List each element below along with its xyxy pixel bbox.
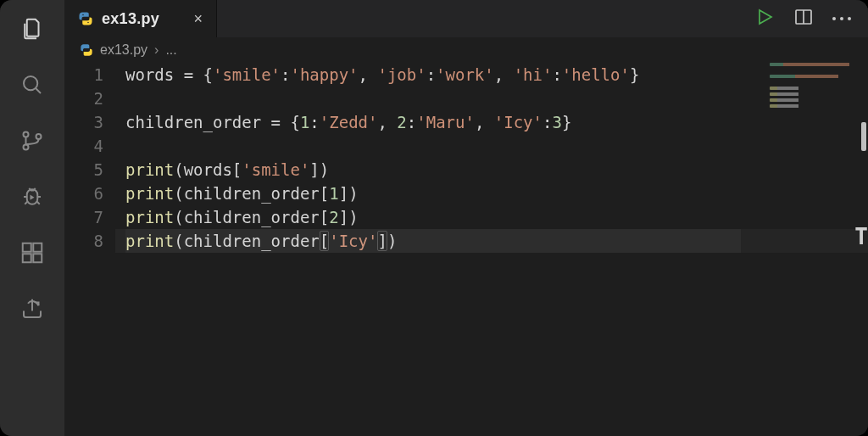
more-actions-button[interactable] [832,17,851,20]
dot-icon [848,17,851,20]
breadcrumb-separator-icon: › [154,42,159,58]
svg-rect-10 [23,243,31,252]
vscode-window: ex13.py × ex13.py › ... [0,0,868,436]
svg-rect-13 [33,243,42,252]
share-icon [19,296,45,321]
code-token: 'job' [377,65,426,84]
code-token: 'work' [436,65,494,84]
code-token: : [426,65,436,84]
code-token: 3 [552,113,561,131]
code-line[interactable] [125,87,868,110]
activity-debug[interactable] [19,183,46,210]
code-token: ]) [377,232,397,250]
code-token: children_order = { [125,113,300,131]
line-number: 2 [64,87,103,110]
code-token: 'Icy' [494,113,542,131]
python-icon [80,43,93,57]
line-number: 5 [64,158,103,182]
code-token: print [125,184,174,203]
code-token: ]) [309,160,329,179]
dot-icon [832,17,836,20]
svg-rect-11 [23,254,31,262]
code-token: , [475,113,494,131]
search-icon [19,72,45,98]
code-token: 'Maru' [416,113,475,131]
activity-explorer[interactable] [19,15,46,42]
code-token: 'hello' [562,65,630,84]
code-line[interactable] [125,134,868,158]
extensions-icon [19,240,45,266]
code-token: } [562,113,571,131]
svg-point-4 [36,134,42,139]
editor-group: ex13.py × ex13.py › ... [64,0,868,436]
code-token: , [377,113,397,131]
code-area[interactable]: words = {'smile':'happy', 'job':'work', … [115,63,868,436]
dot-icon [840,17,843,20]
run-button[interactable] [754,7,775,31]
code-line[interactable]: print(children_order[2]) [125,205,868,229]
tab-ex13[interactable]: ex13.py × [64,0,217,37]
svg-rect-12 [33,254,42,262]
code-token: words = { [125,65,213,84]
bug-icon [19,184,45,210]
activity-liveshare[interactable] [19,295,46,322]
activity-scm[interactable] [19,127,46,154]
svg-point-0 [24,76,37,90]
svg-marker-9 [31,195,35,200]
code-line[interactable]: words = {'smile':'happy', 'job':'work', … [125,63,868,87]
code-token: 'Icy' [329,232,377,250]
tab-bar: ex13.py × [64,0,868,37]
python-icon [78,11,93,26]
code-token: 'hi' [514,65,553,84]
code-token: print [125,160,174,179]
code-token: 2 [397,113,406,131]
svg-line-8 [36,201,40,204]
branch-icon [19,128,45,154]
code-token: 'happy' [290,65,358,84]
text-editor[interactable]: 12345678 words = {'smile':'happy', 'job'… [64,63,868,436]
code-token: print [125,232,174,250]
svg-line-1 [36,88,41,93]
code-token: : [309,113,319,131]
code-token: , [359,65,378,84]
code-line[interactable]: children_order = {1:'Zedd', 2:'Maru', 'I… [125,110,868,134]
breadcrumb-file: ex13.py [100,42,147,58]
code-token: , [494,65,514,84]
code-token: 1 [329,184,338,203]
code-line[interactable]: print(children_order['Icy']) [125,229,868,253]
code-token: 'smile' [213,65,281,84]
overview-ruler: T [856,114,868,351]
tab-close-icon[interactable]: × [193,11,203,26]
svg-point-3 [24,145,29,150]
svg-line-7 [25,201,28,204]
editor-actions [754,0,868,37]
scroll-indicator [861,122,866,151]
edit-marker-icon: T [854,226,868,248]
code-token: 'Zedd' [320,113,378,131]
svg-marker-14 [760,10,771,24]
line-number-gutter: 12345678 [64,63,115,436]
breadcrumb[interactable]: ex13.py › ... [64,37,868,63]
code-line[interactable]: print(children_order[1]) [125,182,868,205]
line-number: 7 [64,205,103,229]
svg-point-2 [24,132,29,137]
code-token: : [407,113,416,131]
activity-bar [0,0,64,436]
code-token: : [281,65,290,84]
activity-extensions[interactable] [19,239,46,266]
code-token: 'smile' [242,160,309,179]
split-editor-button[interactable] [793,7,814,31]
line-number: 1 [64,63,103,87]
code-token: } [630,65,639,84]
line-number: 6 [64,182,103,205]
code-token: print [125,208,174,226]
code-token: (children_order[ [174,232,329,250]
line-number: 8 [64,229,103,253]
activity-search[interactable] [19,71,46,98]
code-token: ]) [339,184,359,203]
breadcrumb-tail: ... [165,42,176,58]
line-number: 3 [64,110,103,134]
code-line[interactable]: print(words['smile']) [125,158,868,182]
code-token: (children_order[ [174,208,329,226]
code-token: ]) [339,208,359,226]
